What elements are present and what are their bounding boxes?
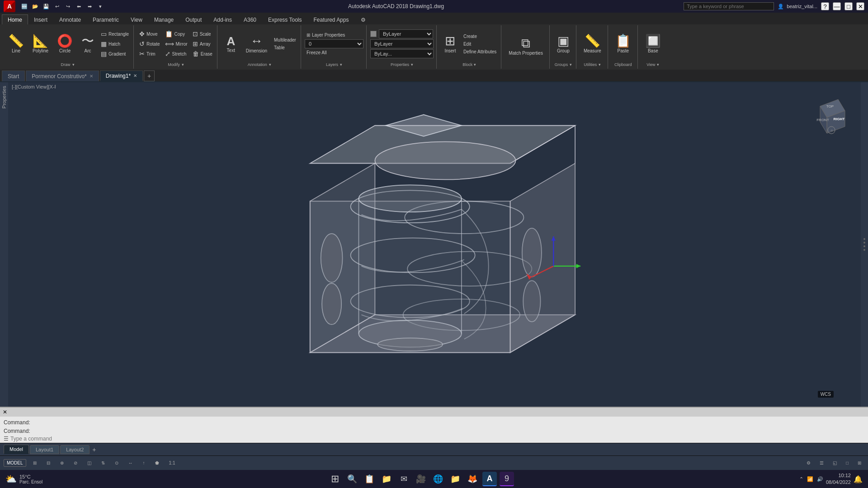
save-btn[interactable]: 💾 (42, 2, 51, 11)
line-button[interactable]: 📏 Line (5, 33, 28, 55)
ws-settings-btn[interactable]: ☰ (816, 459, 827, 467)
define-attr-btn[interactable]: Define Attributes (462, 48, 498, 55)
layout-tab-layout2[interactable]: Layout2 (60, 445, 90, 454)
ortho-btn[interactable]: ⊕ (57, 459, 67, 467)
tab-parametric[interactable]: Parametric (87, 14, 125, 24)
scale-button[interactable]: ⊡ Scale (191, 29, 214, 38)
fullscreen-btn[interactable]: □ (843, 459, 852, 467)
chevron-icon[interactable]: ⌃ (799, 476, 803, 482)
customization-btn[interactable]: ⊞ (854, 459, 864, 467)
layer-dropdown[interactable]: 0 (305, 39, 363, 48)
tab-featured[interactable]: Featured Apps (308, 14, 355, 24)
command-close-btn[interactable]: ✕ (3, 409, 7, 415)
tab-annotate[interactable]: Annotate (53, 14, 87, 24)
mail-icon[interactable]: ✉ (396, 472, 411, 486)
transparency-btn[interactable]: ⬟ (152, 459, 162, 467)
lineweight-dropdown[interactable]: ByLay... (370, 49, 434, 58)
close-btn[interactable]: ✕ (856, 2, 864, 10)
dimension-button[interactable]: ↔ Dimension (242, 33, 271, 55)
drawing1-close-icon[interactable]: ✕ (133, 73, 137, 78)
tab-insert[interactable]: Insert (28, 14, 53, 24)
trim-button[interactable]: ✂ Trim (137, 49, 161, 58)
tab-home[interactable]: Home (2, 14, 28, 24)
right-panel-handle[interactable] (861, 82, 868, 407)
search-input[interactable] (684, 2, 774, 10)
move-button[interactable]: ✥ Move (137, 29, 161, 38)
rotate-button[interactable]: ↺ Rotate (137, 39, 161, 48)
qa-dropdown[interactable]: ▾ (96, 2, 105, 11)
autocad-taskbar-icon[interactable]: A (482, 472, 497, 486)
polyline-button[interactable]: 📐 Polyline (29, 33, 52, 55)
new-drawing-btn[interactable]: + (144, 70, 155, 81)
new-btn[interactable]: 🆕 (20, 2, 29, 11)
linetype-dropdown[interactable]: ByLayer (370, 39, 434, 48)
mirror-button[interactable]: ⟺ Mirror (163, 39, 189, 48)
paste-button[interactable]: 📋 Paste (612, 33, 635, 55)
tab-settings[interactable]: ⚙ (355, 14, 372, 24)
rectangle-button[interactable]: ▭ Rectangle (99, 29, 131, 38)
doc-tab-pormenor[interactable]: Pormenor Construtivo* ✕ (26, 70, 99, 81)
measure-button[interactable]: 📏 Measure (580, 33, 605, 55)
minimize-btn[interactable]: — (833, 2, 841, 10)
model-btn[interactable]: MODEL (4, 459, 26, 467)
view-label[interactable]: View ▾ (642, 61, 665, 68)
layout-tab-model[interactable]: Model (4, 445, 29, 454)
teams-icon[interactable]: 🎥 (414, 472, 428, 486)
edge-icon[interactable]: 🌐 (431, 472, 445, 486)
command-input[interactable] (10, 436, 864, 442)
ducs-btn[interactable]: ⊙ (112, 459, 122, 467)
edit-block-btn[interactable]: Edit (462, 41, 498, 47)
modify-group-label[interactable]: Modify ▾ (137, 61, 214, 68)
hatch-button[interactable]: ▦ Hatch (99, 39, 131, 48)
utilities-label[interactable]: Utilities ▾ (580, 61, 605, 68)
polar-btn[interactable]: ⊘ (71, 459, 80, 467)
main-viewport[interactable]: [-][Custom View][X-Ray] (8, 82, 861, 407)
stretch-button[interactable]: ⤢ Stretch (163, 49, 189, 58)
gradient-button[interactable]: ▤ Gradient (99, 49, 131, 58)
explorer-icon[interactable]: 📁 (379, 472, 394, 486)
doc-tab-start[interactable]: Start (2, 70, 25, 81)
insert-button[interactable]: ⊞ Insert (440, 33, 460, 55)
color-dropdown[interactable]: ByLayer (379, 29, 433, 38)
start-button[interactable]: ⊞ (328, 472, 342, 486)
layer-freeze-btn[interactable]: Freeze All (305, 49, 363, 56)
doc-tab-drawing1[interactable]: Drawing1* ✕ (100, 70, 143, 81)
firefox-icon[interactable]: 🦊 (465, 472, 480, 486)
isolate-btn[interactable]: ◱ (830, 459, 840, 467)
snap-btn[interactable]: ⊟ (43, 459, 53, 467)
layers-group-label[interactable]: Layers ▾ (305, 61, 363, 68)
mtext-button[interactable]: Multileader (272, 37, 298, 43)
annotation-scale-btn[interactable]: ⚙ (803, 459, 814, 467)
properties-group-label[interactable]: Properties ▾ (370, 61, 434, 68)
back-btn[interactable]: ⬅ (74, 2, 83, 11)
volume-icon[interactable]: 🔊 (817, 476, 823, 482)
clipboard-label[interactable]: Clipboard (612, 61, 635, 68)
layout-tab-layout1[interactable]: Layout1 (30, 445, 59, 454)
arc-button[interactable]: 〜 Arc (78, 33, 98, 55)
create-block-btn[interactable]: Create (462, 33, 498, 40)
open-btn[interactable]: 📂 (31, 2, 40, 11)
add-layout-btn[interactable]: + (90, 446, 98, 453)
app9-icon[interactable]: 9 (500, 472, 514, 486)
lweight-btn[interactable]: ↑ (140, 459, 148, 467)
array-button[interactable]: ⊞ Array (191, 39, 214, 48)
properties-panel-toggle[interactable]: Properties (0, 82, 8, 407)
help-btn[interactable]: ? (821, 2, 829, 10)
clock-widget[interactable]: 10:12 08/04/2022 (826, 472, 851, 486)
circle-button[interactable]: ⭕ Circle (53, 33, 76, 55)
maximize-btn[interactable]: □ (844, 2, 853, 10)
grid-btn[interactable]: ⊞ (30, 459, 40, 467)
annotation-group-label[interactable]: Annotation ▾ (221, 61, 298, 68)
group-button[interactable]: ▣ Group (553, 33, 573, 55)
block-group-label[interactable]: Block ▾ (440, 61, 498, 68)
redo-btn[interactable]: ↪ (63, 2, 72, 11)
taskview-btn[interactable]: 📋 (362, 472, 377, 486)
search-taskbar-btn[interactable]: 🔍 (345, 472, 359, 486)
undo-btn[interactable]: ↩ (52, 2, 61, 11)
groups-label[interactable]: Groups ▾ (553, 61, 573, 68)
viewcube[interactable]: TOP RIGHT FRONT ⟲ (811, 90, 852, 136)
tab-view[interactable]: View (125, 14, 148, 24)
dynmode-btn[interactable]: ↔ (125, 459, 136, 467)
base-button[interactable]: 🔲 Base (642, 33, 665, 55)
files-icon[interactable]: 📁 (448, 472, 462, 486)
